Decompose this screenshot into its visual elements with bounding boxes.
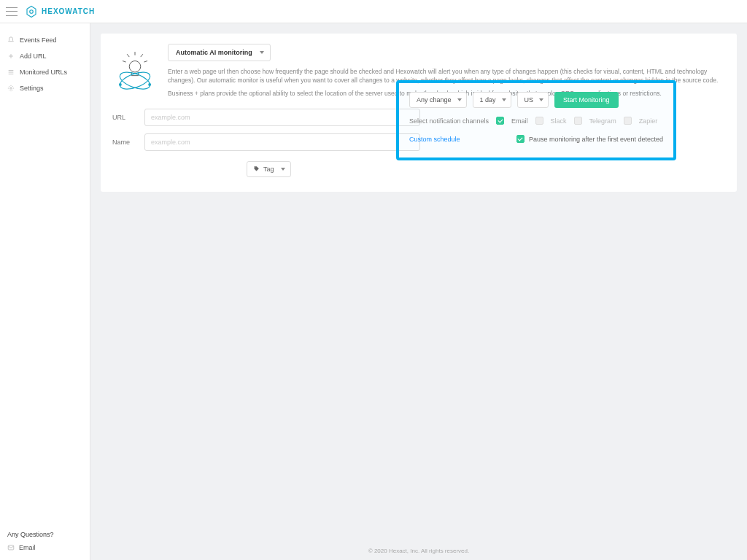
logo-text: HEXOWATCH: [42, 7, 95, 15]
chevron-down-icon: [281, 168, 285, 171]
pause-checkbox[interactable]: [516, 135, 525, 143]
url-input[interactable]: [144, 109, 420, 126]
start-monitoring-button[interactable]: Start Monitoring: [554, 92, 619, 108]
logo[interactable]: HEXOWATCH: [25, 5, 95, 18]
telegram-checkbox: [574, 117, 582, 125]
zapier-channel-label: Zapier: [639, 117, 658, 125]
frequency-dropdown[interactable]: 1 day: [473, 92, 511, 108]
monitor-type-label: Automatic AI monitoring: [176, 49, 252, 56]
illustration-icon: [112, 44, 158, 101]
svg-point-2: [10, 88, 12, 90]
svg-point-12: [119, 84, 122, 87]
sidebar-item-settings[interactable]: Settings: [0, 80, 90, 96]
tag-label: Tag: [263, 166, 274, 173]
logo-icon: [25, 5, 38, 18]
sidebar-item-label: Monitored URLs: [20, 69, 67, 76]
email-channel-label: Email: [511, 117, 528, 125]
svg-line-8: [123, 61, 126, 63]
tag-dropdown[interactable]: Tag: [247, 161, 291, 177]
chevron-down-icon: [539, 98, 543, 101]
notification-channels-label: Select notification channels: [409, 117, 489, 125]
email-link[interactable]: Email: [7, 544, 82, 551]
sidebar-item-add-url[interactable]: Add URL: [0, 48, 90, 64]
svg-line-7: [141, 55, 143, 58]
chevron-down-icon: [260, 51, 264, 54]
sidebar-item-monitored-urls[interactable]: Monitored URLs: [0, 64, 90, 80]
name-label: Name: [112, 139, 134, 146]
sidebar-item-label: Add URL: [20, 52, 47, 60]
footer-copyright: © 2020 Hexact, Inc. All rights reserved.: [90, 548, 747, 554]
bell-icon: [7, 36, 15, 44]
email-checkbox[interactable]: [496, 117, 504, 125]
svg-marker-0: [27, 6, 36, 17]
sidebar-item-label: Settings: [20, 85, 44, 92]
mail-icon: [7, 544, 15, 551]
monitor-type-dropdown[interactable]: Automatic AI monitoring: [168, 44, 271, 61]
custom-schedule-link[interactable]: Custom schedule: [409, 136, 460, 143]
svg-point-13: [148, 84, 151, 87]
tag-icon: [253, 166, 260, 172]
svg-point-4: [129, 61, 141, 73]
zapier-checkbox: [624, 117, 632, 125]
svg-line-6: [127, 55, 129, 58]
sidebar-item-label: Events Feed: [20, 36, 57, 44]
highlight-box: Any change 1 day US Start Monitoring Sel…: [396, 80, 676, 160]
sidebar-item-events-feed[interactable]: Events Feed: [0, 32, 90, 48]
chevron-down-icon: [457, 98, 462, 101]
telegram-channel-label: Telegram: [589, 117, 616, 125]
list-icon: [7, 69, 15, 76]
email-label: Email: [19, 544, 36, 551]
slack-checkbox: [535, 117, 543, 125]
plus-icon: [7, 52, 15, 60]
menu-toggle[interactable]: [6, 7, 18, 16]
region-dropdown[interactable]: US: [517, 92, 549, 108]
slack-channel-label: Slack: [551, 117, 567, 125]
questions-label: Any Questions?: [7, 531, 82, 538]
chevron-down-icon: [502, 98, 506, 101]
url-label: URL: [112, 114, 134, 121]
name-input[interactable]: [144, 133, 420, 151]
svg-point-1: [30, 9, 34, 13]
gear-icon: [7, 85, 15, 92]
change-dropdown[interactable]: Any change: [409, 92, 467, 108]
svg-line-9: [144, 61, 147, 63]
pause-label: Pause monitoring after the first event d…: [529, 136, 663, 143]
